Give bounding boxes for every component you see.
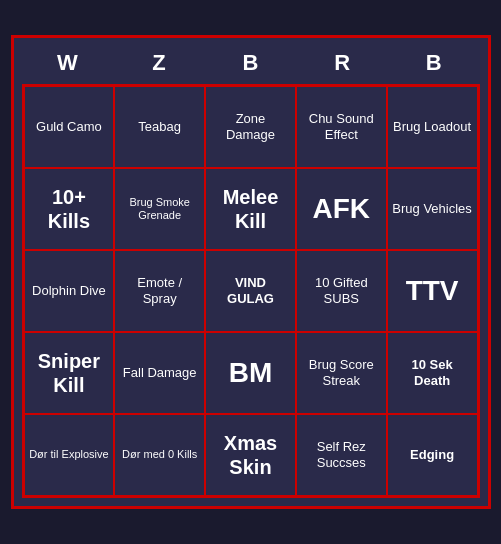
bingo-cell-12[interactable]: VIND GULAG <box>205 250 296 332</box>
bingo-cell-23[interactable]: Self Rez Succses <box>296 414 387 496</box>
bingo-cell-15[interactable]: Sniper Kill <box>24 332 115 414</box>
header-col-3: R <box>296 46 388 80</box>
bingo-cell-17[interactable]: BM <box>205 332 296 414</box>
bingo-cell-3[interactable]: Chu Sound Effect <box>296 86 387 168</box>
bingo-cell-8[interactable]: AFK <box>296 168 387 250</box>
header-col-2: B <box>205 46 297 80</box>
header-col-1: Z <box>113 46 205 80</box>
bingo-cell-21[interactable]: Dør med 0 Kills <box>114 414 205 496</box>
bingo-cell-18[interactable]: Brug Score Streak <box>296 332 387 414</box>
header-col-4: B <box>388 46 480 80</box>
bingo-header: WZBRB <box>22 46 480 80</box>
bingo-cell-11[interactable]: Emote / Spray <box>114 250 205 332</box>
bingo-cell-22[interactable]: Xmas Skin <box>205 414 296 496</box>
bingo-cell-14[interactable]: TTV <box>387 250 478 332</box>
bingo-cell-2[interactable]: Zone Damage <box>205 86 296 168</box>
bingo-cell-9[interactable]: Brug Vehicles <box>387 168 478 250</box>
bingo-cell-0[interactable]: Guld Camo <box>24 86 115 168</box>
bingo-cell-1[interactable]: Teabag <box>114 86 205 168</box>
bingo-grid: Guld CamoTeabagZone DamageChu Sound Effe… <box>22 84 480 498</box>
bingo-cell-6[interactable]: Brug Smoke Grenade <box>114 168 205 250</box>
bingo-cell-16[interactable]: Fall Damage <box>114 332 205 414</box>
bingo-cell-13[interactable]: 10 Gifted SUBS <box>296 250 387 332</box>
bingo-card: WZBRB Guld CamoTeabagZone DamageChu Soun… <box>11 35 491 509</box>
header-col-0: W <box>22 46 114 80</box>
bingo-cell-4[interactable]: Brug Loadout <box>387 86 478 168</box>
bingo-cell-7[interactable]: Melee Kill <box>205 168 296 250</box>
bingo-cell-10[interactable]: Dolphin Dive <box>24 250 115 332</box>
bingo-cell-20[interactable]: Dør til Explosive <box>24 414 115 496</box>
bingo-cell-19[interactable]: 10 Sek Death <box>387 332 478 414</box>
bingo-cell-24[interactable]: Edging <box>387 414 478 496</box>
bingo-cell-5[interactable]: 10+ Kills <box>24 168 115 250</box>
